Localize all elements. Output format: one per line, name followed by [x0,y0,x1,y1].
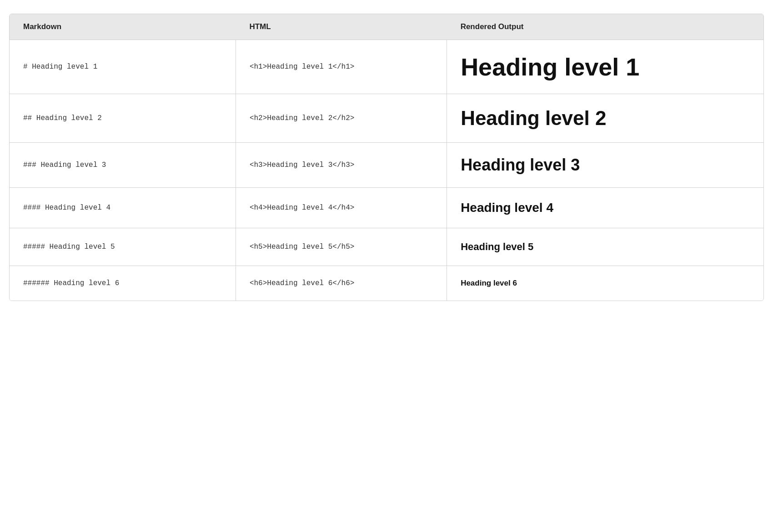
rendered-cell-4: Heading level 4 [447,188,763,228]
markdown-cell-1: # Heading level 1 [10,40,236,94]
html-cell-6: <h6>Heading level 6</h6> [236,266,447,301]
html-cell-4: <h4>Heading level 4</h4> [236,188,447,228]
table-row: ###### Heading level 6<h6>Heading level … [10,266,763,301]
rendered-heading-6: Heading level 6 [461,279,517,287]
markdown-cell-6: ###### Heading level 6 [10,266,236,301]
table-header-row: Markdown HTML Rendered Output [10,14,763,40]
col-header-html: HTML [236,14,447,40]
markdown-cell-5: ##### Heading level 5 [10,228,236,266]
heading-reference-table: Markdown HTML Rendered Output # Heading … [9,14,764,301]
html-cell-3: <h3>Heading level 3</h3> [236,143,447,188]
col-header-markdown: Markdown [10,14,236,40]
rendered-cell-3: Heading level 3 [447,143,763,188]
table-row: #### Heading level 4<h4>Heading level 4<… [10,188,763,228]
rendered-heading-4: Heading level 4 [461,201,553,215]
markdown-cell-4: #### Heading level 4 [10,188,236,228]
table-row: ## Heading level 2<h2>Heading level 2</h… [10,94,763,143]
table-row: ### Heading level 3<h3>Heading level 3</… [10,143,763,188]
html-cell-1: <h1>Heading level 1</h1> [236,40,447,94]
markdown-cell-3: ### Heading level 3 [10,143,236,188]
rendered-heading-2: Heading level 2 [461,107,606,129]
html-cell-5: <h5>Heading level 5</h5> [236,228,447,266]
rendered-cell-5: Heading level 5 [447,228,763,266]
rendered-heading-3: Heading level 3 [461,156,580,174]
rendered-cell-6: Heading level 6 [447,266,763,301]
rendered-cell-2: Heading level 2 [447,94,763,143]
col-header-rendered: Rendered Output [447,14,763,40]
table-row: # Heading level 1<h1>Heading level 1</h1… [10,40,763,94]
rendered-cell-1: Heading level 1 [447,40,763,94]
html-cell-2: <h2>Heading level 2</h2> [236,94,447,143]
table-row: ##### Heading level 5<h5>Heading level 5… [10,228,763,266]
rendered-heading-5: Heading level 5 [461,241,533,252]
rendered-heading-1: Heading level 1 [461,53,639,80]
markdown-cell-2: ## Heading level 2 [10,94,236,143]
